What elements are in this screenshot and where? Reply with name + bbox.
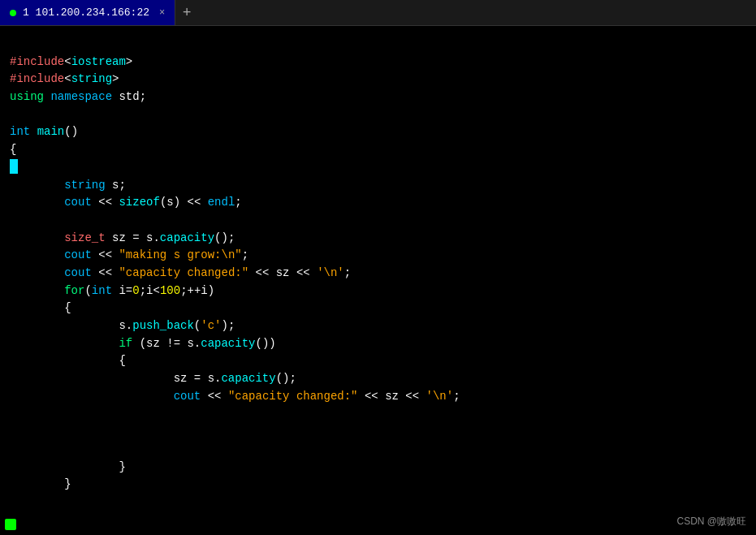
code-block[interactable]: #include<iostream> #include<string> usin…: [0, 32, 756, 535]
editor-area: #include<iostream> #include<string> usin…: [0, 26, 756, 535]
new-tab-button[interactable]: +: [175, 0, 198, 25]
tab-status-dot: [10, 10, 16, 16]
watermark: CSDN @嗷嗷旺: [676, 515, 746, 529]
status-indicator: [5, 519, 16, 530]
tab-close-button[interactable]: ×: [159, 7, 165, 19]
tab-bar: 1 101.200.234.166:22 × +: [0, 0, 756, 26]
active-tab[interactable]: 1 101.200.234.166:22 ×: [0, 0, 175, 25]
tab-label: 1 101.200.234.166:22: [23, 6, 149, 19]
